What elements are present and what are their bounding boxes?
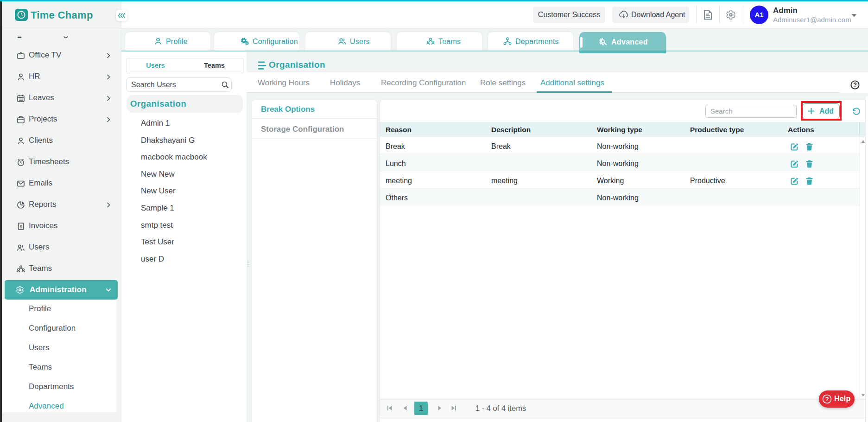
- svg-text:$: $: [19, 224, 22, 229]
- svg-text:?: ?: [825, 396, 829, 403]
- svg-text:?: ?: [853, 82, 857, 88]
